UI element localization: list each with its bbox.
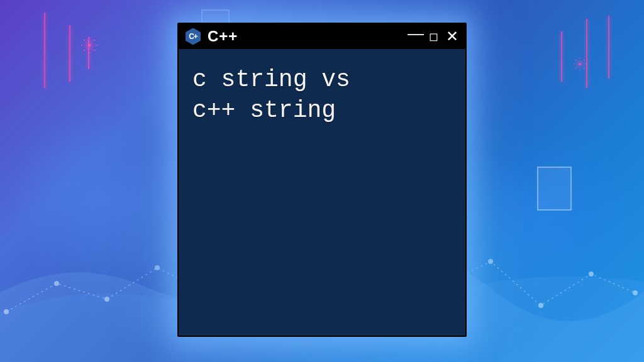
window-body: c string vs c++ string [179,49,465,336]
svg-point-8 [589,272,594,277]
svg-point-7 [538,303,543,308]
terminal-window: C+ C++ — ◻ ✕ c string vs c++ string [177,23,467,337]
decor-line [69,25,70,82]
svg-point-6 [488,259,493,264]
code-line-2: c++ string [192,97,336,124]
cpp-logo-icon: C+ [185,28,201,45]
decor-star [579,63,580,65]
svg-point-3 [155,265,160,270]
decor-line [608,16,609,79]
svg-point-1 [54,281,59,286]
svg-point-9 [633,290,638,295]
decor-line [44,13,45,88]
svg-point-0 [4,309,9,314]
logo-text: C+ [189,33,197,40]
decor-star [88,44,91,47]
window-controls: — ◻ ✕ [408,28,459,45]
svg-point-2 [104,297,109,302]
decor-line [561,31,562,82]
close-button[interactable]: ✕ [445,29,459,44]
window-title: C++ [208,28,401,45]
minimize-button[interactable]: — [408,25,421,41]
decor-line [88,38,89,69]
code-line-1: c string vs [192,66,350,93]
maximize-button[interactable]: ◻ [426,31,440,42]
decor-square [537,167,572,211]
titlebar[interactable]: C+ C++ — ◻ ✕ [179,24,465,49]
decor-line [586,19,587,88]
code-content: c string vs c++ string [192,64,452,126]
